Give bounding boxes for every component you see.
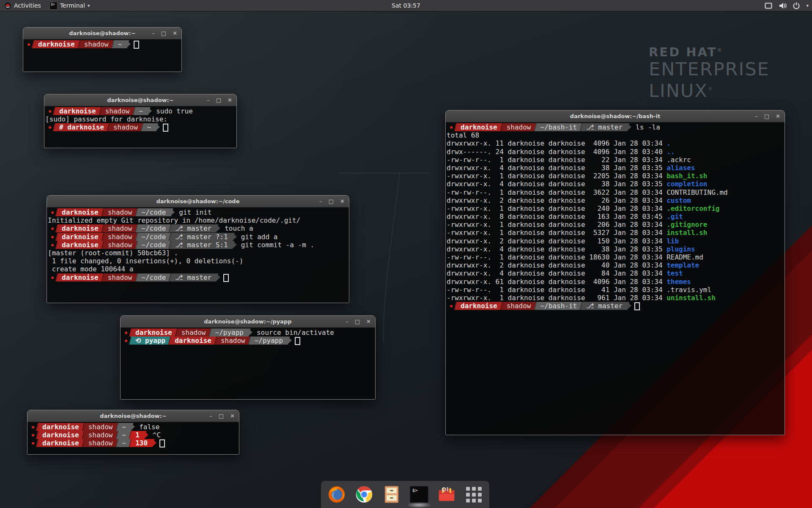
maximize-button[interactable]: □ — [355, 319, 360, 324]
powerline-segment-host: shadow — [103, 241, 137, 249]
close-button[interactable]: ✕ — [173, 30, 177, 36]
powerline-segment-user: darknoise — [57, 273, 103, 282]
window-title: darknoise@shadow:~ — [107, 97, 173, 103]
output-line: -rw-rw-r--. 1 darknoise darknoise 22 Jan… — [447, 156, 785, 164]
close-button[interactable]: ✕ — [340, 199, 345, 204]
power-icon[interactable] — [793, 2, 800, 9]
output-line: -rwxrwxr-x. 1 darknoise darknoise 206 Ja… — [447, 221, 785, 229]
powerline-segment-path: ~ — [118, 423, 131, 431]
prompt-line: ●darknoiseshadow~false — [28, 423, 239, 431]
ls-line-details: drwxrwxr-x. 4 darknoise darknoise 38 Jan… — [447, 180, 667, 188]
prompt-line: ●darknoiseshadow~/bash-it⎇ master — [447, 302, 785, 310]
window-title: darknoise@shadow:~/code — [156, 198, 240, 204]
output-line: drwxrwxr-x. 4 darknoise darknoise 38 Jan… — [447, 180, 785, 188]
ls-file-name: .gitignore — [667, 221, 707, 229]
output-line: -rwxrwxr-x. 1 darknoise darknoise 240 Ja… — [447, 204, 785, 213]
output-line: drwxrwxr-x. 4 darknoise darknoise 38 Jan… — [447, 245, 785, 253]
terminal-window-pyapp[interactable]: darknoise@shadow:~/pyapp–□✕●darknoisesha… — [120, 315, 376, 400]
system-menu-caret-icon[interactable]: ▾ — [806, 3, 809, 8]
powerline-segment-host: shadow — [84, 439, 118, 447]
window-controls: –□✕ — [319, 196, 345, 207]
terminal-content[interactable]: ●darknoiseshadow~/bash-it⎇ masterls -lat… — [446, 122, 785, 435]
window-title: darknoise@shadow:~ — [100, 413, 166, 419]
terminal-titlebar[interactable]: darknoise@shadow:~–□✕ — [23, 28, 181, 39]
activities-button[interactable]: Activities — [0, 0, 45, 11]
maximize-button[interactable]: □ — [216, 97, 221, 103]
maximize-button[interactable]: □ — [161, 30, 166, 36]
app-menu-terminal[interactable]: $> Terminal ▾ — [45, 0, 94, 11]
ls-line-details: -rw-rw-r--. 1 darknoise darknoise 41 Jan… — [447, 286, 667, 294]
output-line: -rw-rw-r--. 1 darknoise darknoise 18630 … — [447, 253, 785, 261]
terminal-content[interactable]: ●darknoiseshadow~ — [23, 39, 181, 72]
minimize-button[interactable]: – — [152, 30, 155, 36]
terminal-content[interactable]: ●darknoiseshadow~/pyappsource bin/activa… — [121, 328, 375, 399]
terminal-titlebar[interactable]: darknoise@shadow:~/bash-it–□✕ — [446, 110, 785, 122]
clock[interactable]: Sat 03:57 — [392, 2, 420, 9]
terminal-titlebar[interactable]: darknoise@shadow:~/code–□✕ — [47, 196, 349, 207]
prompt-line: ●darknoiseshadow~/codegit init — [48, 208, 349, 216]
desktop: RED HAT® ENTERPRISE LINUX® darknoise@sha… — [0, 0, 812, 508]
terminal-titlebar[interactable]: darknoise@shadow:~–□✕ — [44, 94, 236, 106]
minimize-button[interactable]: – — [207, 97, 210, 103]
terminal-window-home-1[interactable]: darknoise@shadow:~–□✕●darknoiseshadow~ — [23, 27, 182, 72]
prompt-line: ●darknoiseshadow~/code⎇ master — [48, 273, 349, 282]
output-line: 1 file changed, 0 insertions(+), 0 delet… — [48, 257, 349, 265]
terminal-titlebar[interactable]: darknoise@shadow:~/pyapp–□✕ — [121, 316, 375, 328]
ls-line-details: drwxrwxr-x. 61 darknoise darknoise 4096 … — [447, 278, 667, 286]
powerline-segment-host: shadow — [177, 329, 211, 337]
close-button[interactable]: ✕ — [776, 113, 780, 119]
output-line: drwxrwxr-x. 11 darknoise darknoise 4096 … — [447, 139, 785, 147]
terminal-window-home-sudo[interactable]: darknoise@shadow:~–□✕●darknoiseshadow~su… — [44, 94, 237, 148]
minimize-button[interactable]: – — [755, 113, 758, 119]
output-line: -rwxrwxr-x. 1 darknoise darknoise 5327 J… — [447, 229, 785, 237]
volume-icon[interactable] — [779, 2, 787, 9]
ls-line-details: drwxrwxr-x. 2 darknoise darknoise 40 Jan… — [447, 261, 667, 269]
terminal-content[interactable]: ●darknoiseshadow~/codegit initInitialize… — [47, 207, 349, 303]
output-line: drwxrwxr-x. 4 darknoise darknoise 84 Jan… — [447, 269, 785, 277]
minimize-button[interactable]: – — [319, 199, 322, 204]
minimize-button[interactable]: – — [209, 413, 212, 419]
output-line: [sudo] password for darknoise: — [45, 115, 236, 123]
ls-line-details: -rwxrwxr-x. 1 darknoise darknoise 240 Ja… — [447, 204, 667, 213]
powerline-segment-venv: ⟲ pyapp — [131, 337, 170, 345]
terminal-window-bash-it[interactable]: darknoise@shadow:~/bash-it–□✕●darknoises… — [445, 110, 785, 435]
command-text: git init — [179, 208, 211, 216]
minimize-button[interactable]: – — [346, 319, 348, 324]
ls-file-name: .editorconfig — [667, 204, 719, 213]
prompt-line: ●# darknoiseshadow~ — [45, 123, 236, 131]
prompt-line: ●darknoiseshadow~/code⎇ mastertouch a — [48, 224, 349, 232]
powerline-segment-user: darknoise — [57, 208, 103, 216]
maximize-button[interactable]: □ — [329, 199, 334, 204]
maximize-button[interactable]: □ — [219, 413, 224, 419]
dock-toolbox-icon[interactable] — [437, 484, 456, 505]
screen-layout-icon[interactable] — [764, 2, 773, 10]
ls-file-name: aliases — [667, 164, 695, 172]
dock-files-icon[interactable] — [382, 484, 401, 505]
close-button[interactable]: ✕ — [228, 97, 232, 103]
prompt-line: ●darknoiseshadow~sudo true — [45, 107, 236, 115]
terminal-cursor — [134, 41, 139, 49]
maximize-button[interactable]: □ — [764, 113, 769, 119]
activities-label: Activities — [14, 2, 41, 9]
powerline-segment-path: ~ — [134, 107, 148, 115]
terminal-titlebar[interactable]: darknoise@shadow:~–□✕ — [27, 410, 239, 422]
ls-line-details: -rwxrwxr-x. 1 darknoise darknoise 5327 J… — [447, 229, 667, 237]
close-button[interactable]: ✕ — [366, 319, 371, 324]
ls-file-name: .ackrc — [667, 156, 691, 164]
terminal-content[interactable]: ●darknoiseshadow~sudo true[sudo] passwor… — [44, 106, 236, 148]
ls-file-name: install.sh — [667, 229, 707, 237]
dock-firefox-icon[interactable] — [327, 484, 346, 505]
powerline-segment-user: darknoise — [456, 302, 502, 310]
terminal-window-home-exit[interactable]: darknoise@shadow:~–□✕●darknoiseshadow~fa… — [27, 410, 239, 455]
terminal-window-code[interactable]: darknoise@shadow:~/code–□✕●darknoiseshad… — [47, 195, 349, 303]
terminal-content[interactable]: ●darknoiseshadow~false●darknoiseshadow~1… — [27, 422, 239, 454]
dock-terminal-icon[interactable]: $> — [410, 484, 428, 505]
ls-line-details: drwxrwxr-x. 4 darknoise darknoise 38 Jan… — [447, 164, 667, 172]
dock-chrome-icon[interactable] — [355, 484, 373, 505]
close-button[interactable]: ✕ — [230, 413, 235, 419]
powerline-segment-path: ~/code — [137, 273, 171, 282]
powerline-segment-git: ⎇ master — [170, 273, 216, 282]
ls-line-details: -rw-rw-r--. 1 darknoise darknoise 18630 … — [447, 253, 667, 261]
dock-app-grid-icon[interactable] — [465, 484, 483, 505]
powerline-segment-user: # darknoise — [55, 123, 109, 131]
